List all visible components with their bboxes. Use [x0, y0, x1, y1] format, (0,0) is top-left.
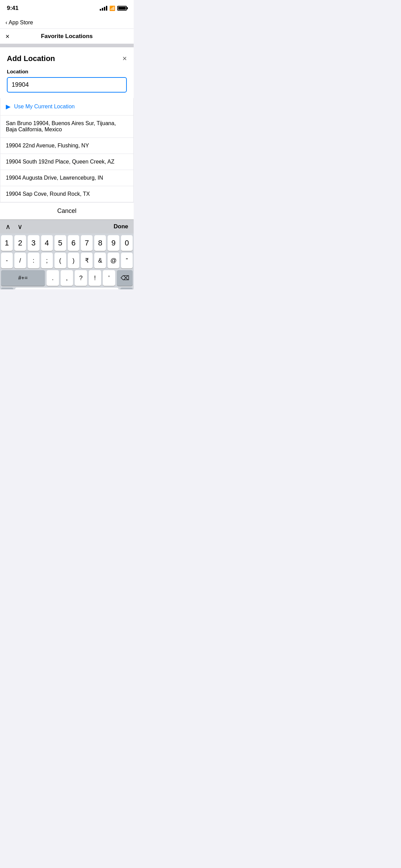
cancel-button-wrap: Cancel: [0, 202, 134, 219]
key-dash[interactable]: -: [1, 253, 13, 268]
signal-icon: [100, 6, 107, 11]
key-delete[interactable]: ⌫: [117, 270, 133, 286]
key-1[interactable]: 1: [1, 235, 13, 251]
app-store-back-button[interactable]: ‹ App Store: [5, 20, 33, 26]
key-slash[interactable]: /: [14, 253, 26, 268]
key-at[interactable]: @: [108, 253, 119, 268]
key-exclaim[interactable]: !: [89, 270, 101, 286]
suggestions-list: ▶ Use My Current Location San Bruno 1990…: [0, 98, 134, 202]
suggestion-text-1: 19904 22nd Avenue, Flushing, NY: [6, 143, 89, 148]
use-current-location-label: Use My Current Location: [14, 104, 75, 110]
keyboard-row-special: #+= . , ? ! ' ⌫: [0, 268, 134, 286]
suggestion-item-2[interactable]: 19904 South 192nd Place, Queen Creek, AZ: [0, 154, 133, 170]
suggestion-text-3: 19904 Augusta Drive, Lawrenceburg, IN: [6, 175, 103, 181]
modal-close-button[interactable]: ×: [122, 55, 127, 62]
top-nav-close-button[interactable]: ×: [5, 33, 10, 40]
key-question[interactable]: ?: [75, 270, 87, 286]
suggestion-item-0[interactable]: San Bruno 19904, Buenos Aires Sur, Tijua…: [0, 116, 133, 138]
key-3[interactable]: 3: [28, 235, 39, 251]
key-4[interactable]: 4: [41, 235, 53, 251]
toolbar-arrows: ∧ ∨: [5, 222, 23, 231]
cancel-button[interactable]: Cancel: [57, 207, 76, 214]
toolbar-done-button[interactable]: Done: [114, 223, 129, 230]
keyboard-toolbar: ∧ ∨ Done: [0, 219, 134, 233]
key-rupee[interactable]: ₹: [81, 253, 93, 268]
key-hash-plus[interactable]: #+=: [1, 270, 45, 286]
key-6[interactable]: 6: [68, 235, 80, 251]
key-2[interactable]: 2: [14, 235, 26, 251]
location-arrow-icon: ▶: [6, 103, 11, 110]
suggestion-text-2: 19904 South 192nd Place, Queen Creek, AZ: [6, 159, 114, 165]
key-space[interactable]: space: [15, 288, 119, 289]
use-current-location-item[interactable]: ▶ Use My Current Location: [0, 98, 133, 116]
key-semicolon[interactable]: ;: [41, 253, 53, 268]
key-apostrophe[interactable]: ': [103, 270, 115, 286]
location-input-wrap: [7, 77, 127, 93]
key-period[interactable]: .: [47, 270, 59, 286]
key-ampersand[interactable]: &: [94, 253, 106, 268]
modal-header: Add Location ×: [7, 54, 127, 63]
app-store-back-bar: ‹ App Store: [0, 16, 134, 29]
modal-title: Add Location: [7, 54, 55, 63]
suggestion-item-1[interactable]: 19904 22nd Avenue, Flushing, NY: [0, 138, 133, 154]
page-title: Favorite Locations: [41, 33, 93, 40]
key-5[interactable]: 5: [54, 235, 66, 251]
add-location-modal: Add Location × Location: [0, 47, 134, 98]
keyboard-row-symbols: - / : ; ( ) ₹ & @ ": [0, 251, 134, 268]
top-nav: × Favorite Locations: [0, 29, 134, 44]
app-store-back-label: App Store: [9, 20, 33, 26]
chevron-left-icon: ‹: [5, 20, 7, 26]
key-0[interactable]: 0: [121, 235, 133, 251]
key-close-paren[interactable]: ): [68, 253, 80, 268]
status-icons: 📶: [100, 5, 127, 11]
keyboard: 1 2 3 4 5 6 7 8 9 0 - / : ; ( ) ₹ & @ " …: [0, 233, 134, 289]
gray-divider: [0, 44, 134, 47]
keyboard-row-numbers: 1 2 3 4 5 6 7 8 9 0: [0, 233, 134, 251]
status-time: 9:41: [7, 5, 19, 12]
location-input[interactable]: [12, 81, 122, 88]
battery-icon: [117, 6, 127, 11]
key-abc[interactable]: ABC: [1, 288, 13, 289]
suggestion-item-3[interactable]: 19904 Augusta Drive, Lawrenceburg, IN: [0, 170, 133, 186]
toolbar-down-arrow[interactable]: ∨: [17, 222, 23, 231]
key-quote[interactable]: ": [121, 253, 133, 268]
wifi-icon: 📶: [109, 5, 115, 11]
key-8[interactable]: 8: [94, 235, 106, 251]
location-label: Location: [7, 69, 127, 74]
key-open-paren[interactable]: (: [54, 253, 66, 268]
suggestion-text-0: San Bruno 19904, Buenos Aires Sur, Tijua…: [6, 120, 116, 132]
keyboard-row-bottom: ABC space return: [0, 286, 134, 289]
key-9[interactable]: 9: [108, 235, 119, 251]
status-bar: 9:41 📶: [0, 0, 134, 16]
key-colon[interactable]: :: [28, 253, 39, 268]
toolbar-up-arrow[interactable]: ∧: [5, 222, 11, 231]
key-return[interactable]: return: [120, 288, 133, 289]
suggestion-item-4[interactable]: 19904 Sap Cove, Round Rock, TX: [0, 186, 133, 202]
key-comma[interactable]: ,: [61, 270, 73, 286]
suggestion-text-4: 19904 Sap Cove, Round Rock, TX: [6, 191, 90, 197]
key-7[interactable]: 7: [81, 235, 93, 251]
